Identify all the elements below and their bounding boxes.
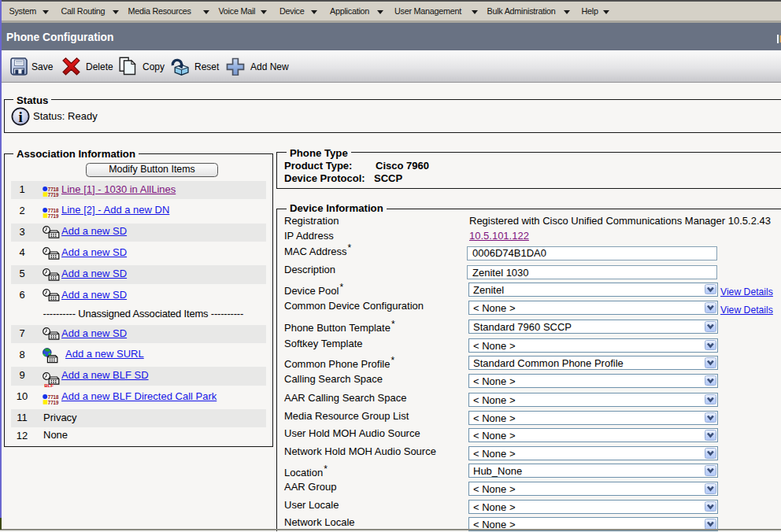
svg-text:i: i: [18, 108, 22, 124]
svg-text:BLF: BLF: [44, 383, 54, 388]
